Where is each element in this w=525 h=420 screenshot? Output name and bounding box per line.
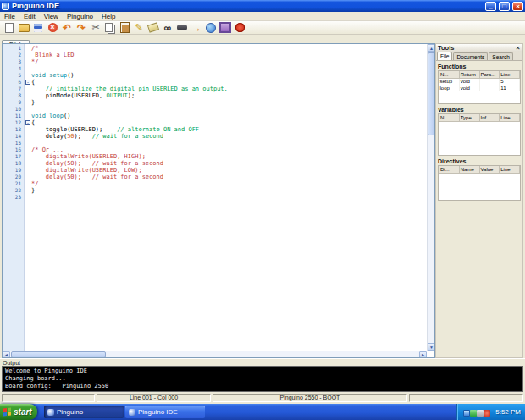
line-number: 22 [3,187,25,194]
code-text: void setup() [31,72,75,79]
vertical-scrollbar-thumb[interactable] [428,52,435,135]
line-number: 21 [3,180,25,187]
upload-icon[interactable] [191,22,202,34]
line-number: 16 [3,146,25,153]
line-number: 20 [3,174,25,180]
screenshot-icon[interactable] [219,22,231,34]
horizontal-scrollbar[interactable] [3,351,427,357]
fold-margin [25,187,31,194]
menu-pinguino[interactable]: Pinguino [63,12,97,21]
tools-close-icon[interactable]: × [515,45,521,52]
fold-margin [25,133,31,140]
code-text: digitalWrite(USERLED, LOW); [31,167,142,174]
code-text: delay(50); // wait for a second [31,160,163,167]
tray-network-icon[interactable] [470,410,477,417]
scroll-left-icon[interactable] [3,351,10,358]
scroll-right-icon[interactable] [419,351,427,358]
redo-icon[interactable] [75,22,87,34]
section-table-wrap: Di...NameValueLine [438,165,521,201]
code-text: Blink a LED [31,52,75,58]
code-line: 20 delay(50); // wait for a second [3,174,427,180]
menu-view[interactable]: View [40,12,63,21]
fold-margin [25,140,31,146]
exit-icon[interactable] [234,22,246,34]
scroll-down-icon[interactable] [428,343,435,351]
column-header[interactable]: Para... [479,71,500,78]
taskbar-button-label: Pinguino IDE [138,408,178,416]
windows-logo-icon [3,408,11,417]
column-header[interactable]: Name [459,166,479,173]
code-line: 6-{ [3,79,427,86]
status-segment: Pinguino 2550 - BOOT [213,394,407,402]
line-number: 19 [3,167,25,174]
table-row[interactable]: setupvoid5 [439,78,520,85]
code-line: 13 toggle(USERLED); // alternate ON and … [3,126,427,133]
tools-tab-file[interactable]: File [437,52,452,60]
fold-margin [25,106,31,113]
clear-icon[interactable] [147,22,159,34]
start-button[interactable]: start [0,404,37,420]
column-header[interactable]: N... [439,71,460,78]
code-area[interactable]: 1/*2 Blink a LED3*/45void setup()6-{7 //… [3,45,427,351]
menu-edit[interactable]: Edit [19,12,40,21]
tools-tab-documents[interactable]: Documents [453,52,488,60]
menu-file[interactable]: File [0,12,19,21]
table-row[interactable]: loopvoid11 [439,85,520,91]
compile-icon[interactable] [176,22,188,34]
tools-tab-search[interactable]: Search [489,52,513,60]
column-header[interactable]: Line [500,166,520,173]
undo-icon[interactable] [61,22,73,34]
horizontal-scrollbar-thumb[interactable] [11,351,106,358]
table-cell: 5 [500,78,520,85]
tray-antivirus-icon[interactable] [484,410,490,417]
code-text: // initialize the digital pin USERLED as… [31,86,228,92]
column-header[interactable]: Di... [439,166,460,173]
column-header[interactable]: Value [479,166,500,173]
maximize-button[interactable]: □ [499,2,510,11]
fold-marker-icon[interactable]: - [25,80,30,85]
line-number: 17 [3,153,25,160]
tools-panel-title: Tools [438,44,454,52]
tools-sections: FunctionsN...ReturnPara...Linesetupvoid5… [436,61,522,201]
column-header[interactable]: Type [459,114,479,121]
code-text: digitalWrite(USERLED, HIGH); [31,153,146,160]
tools-section-directives: DirectivesDi...NameValueLine [436,156,522,201]
code-line: 1/* [3,45,427,52]
table-cell: void [459,85,479,91]
new-file-icon[interactable] [3,22,15,34]
copy-icon[interactable] [104,22,116,34]
fold-marker-icon[interactable]: - [25,120,30,125]
column-header[interactable]: N... [439,114,460,121]
tray-volume-icon[interactable] [477,410,484,417]
vertical-scrollbar[interactable] [427,44,434,351]
fold-margin [25,174,31,180]
code-line: 19 digitalWrite(USERLED, LOW); [3,167,427,174]
menu-help[interactable]: Help [97,12,119,21]
close-button[interactable]: × [512,2,523,11]
column-header[interactable]: Line [500,71,520,78]
cut-icon[interactable] [90,22,102,34]
column-header[interactable]: Line [500,114,520,121]
fold-margin [25,45,31,52]
line-number: 12 [3,119,25,126]
column-header[interactable]: Inf... [479,114,500,121]
code-editor[interactable]: 1/*2 Blink a LED3*/45void setup()6-{7 //… [2,43,435,358]
close-file-icon[interactable] [47,22,58,34]
scroll-up-icon[interactable] [428,44,435,52]
web-icon[interactable] [205,22,217,34]
code-line: 14 delay(50); // wait for a second [3,133,427,140]
code-text: pinMode(USERLED, OUTPUT); [31,92,135,99]
open-file-icon[interactable] [18,22,30,34]
paste-icon[interactable] [119,22,130,34]
find-icon[interactable] [162,22,174,34]
taskbar-button[interactable]: Pinguino [44,406,124,418]
minimize-button[interactable]: _ [485,2,496,11]
table-cell: loop [439,85,460,91]
format-icon[interactable] [133,22,145,34]
code-text: */ [31,58,38,65]
line-number: 15 [3,140,25,146]
column-header[interactable]: Return [459,71,479,78]
taskbar-button[interactable]: Pinguino IDE [125,406,205,418]
tray-display-icon[interactable] [463,410,470,417]
save-file-icon[interactable] [32,22,44,34]
